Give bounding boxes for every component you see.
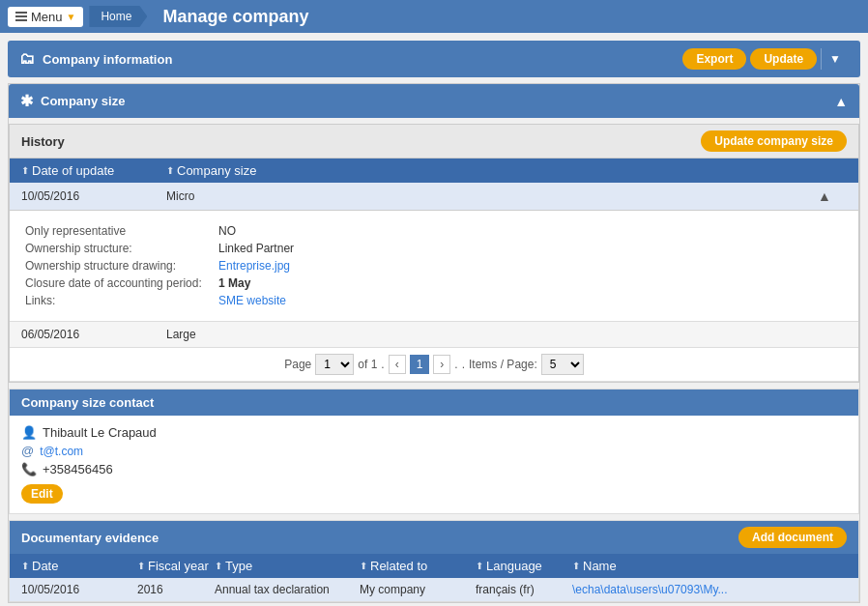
only-representative-value: NO xyxy=(218,224,843,238)
contact-body: 👤 Thibault Le Crapaud @ t@t.com 📞 +35845… xyxy=(10,416,858,513)
company-size-label: Company size xyxy=(41,94,125,108)
page-title: Manage company xyxy=(162,7,308,27)
closure-date-label: Closure date of accounting period: xyxy=(25,276,218,290)
export-button[interactable]: Export xyxy=(682,48,746,70)
company-size-section: ✱ Company size ▲ History Update company … xyxy=(8,83,860,603)
phone-icon: 📞 xyxy=(21,462,37,476)
only-representative-label: Only representative xyxy=(25,224,218,238)
menu-dropdown-arrow: ▼ xyxy=(67,12,76,22)
company-info-bar: 🗂 Company information Export Update ▼ xyxy=(8,41,860,77)
sort-icon-doc-fiscal: ⬆ xyxy=(137,561,145,571)
main-content: 🗂 Company information Export Update ▼ ✱ … xyxy=(0,33,868,606)
update-company-size-button[interactable]: Update company size xyxy=(701,130,847,152)
contact-name: Thibault Le Crapaud xyxy=(43,425,157,440)
doc-language-1: français (fr) xyxy=(476,583,572,596)
company-info-dropdown[interactable]: ▼ xyxy=(821,48,849,70)
header-company-size: ⬆ Company size xyxy=(166,163,847,178)
detail-row-representative: Only representative NO xyxy=(25,222,843,240)
detail-row-ownership: Ownership structure: Linked Partner xyxy=(25,240,843,257)
doc-header-related: ⬆ Related to xyxy=(360,559,476,573)
company-info-label: Company information xyxy=(43,52,172,67)
sort-icon-doc-language: ⬆ xyxy=(476,561,483,571)
company-info-actions: Export Update ▼ xyxy=(682,48,849,70)
doc-fiscal-1: 2016 xyxy=(137,583,215,596)
ownership-drawing-link[interactable]: Entreprise.jpg xyxy=(218,259,843,273)
closure-date-value: 1 May xyxy=(218,276,843,290)
history-title: History xyxy=(21,134,65,149)
contact-section-header: Company size contact xyxy=(10,390,858,416)
documentary-table-header: ⬆ Date ⬆ Fiscal year ⬆ Type ⬆ Related to… xyxy=(10,554,858,578)
menu-icon xyxy=(15,12,27,21)
dot-2: . xyxy=(454,358,457,371)
sort-icon-doc-type: ⬆ xyxy=(215,561,222,571)
ownership-structure-value: Linked Partner xyxy=(218,242,843,255)
collapse-icon[interactable]: ▲ xyxy=(834,94,848,109)
update-button[interactable]: Update xyxy=(750,48,817,70)
contact-name-row: 👤 Thibault Le Crapaud xyxy=(21,425,847,440)
sort-icon-size: ⬆ xyxy=(166,165,174,176)
row1-collapse-icon[interactable]: ▲ xyxy=(818,188,847,204)
history-row-2[interactable]: 06/05/2016 Large xyxy=(10,322,858,348)
company-info-left: 🗂 Company information xyxy=(19,50,172,68)
edit-button[interactable]: Edit xyxy=(21,484,63,504)
sort-icon-date: ⬆ xyxy=(21,165,29,176)
doc-header-name: ⬆ Name xyxy=(572,559,847,573)
of-label: of 1 xyxy=(358,358,377,371)
next-page-button[interactable]: › xyxy=(433,355,450,374)
history-date-1: 10/05/2016 xyxy=(21,189,166,203)
documentary-section: Documentary evidence Add document ⬆ Date… xyxy=(9,520,859,602)
menu-label: Menu xyxy=(31,10,63,24)
company-size-header-left: ✱ Company size xyxy=(20,92,125,110)
doc-related-1: My company xyxy=(360,583,476,596)
history-size-2: Large xyxy=(166,328,847,341)
contact-section-title: Company size contact xyxy=(21,395,154,410)
detail-row-links: Links: SME website xyxy=(25,292,843,309)
puzzle-icon: ✱ xyxy=(20,92,33,110)
doc-header-type: ⬆ Type xyxy=(215,559,360,573)
home-button[interactable]: Home xyxy=(89,6,147,27)
sort-icon-doc-related: ⬆ xyxy=(360,561,367,571)
prev-page-button[interactable]: ‹ xyxy=(389,355,406,374)
at-icon: @ xyxy=(21,444,34,458)
add-document-button[interactable]: Add document xyxy=(738,527,847,548)
documentary-title: Documentary evidence xyxy=(21,531,159,545)
sort-icon-doc-date: ⬆ xyxy=(21,561,29,571)
doc-header-date: ⬆ Date xyxy=(21,559,137,573)
page-1-button[interactable]: 1 xyxy=(410,355,430,374)
person-icon: 👤 xyxy=(21,425,37,440)
doc-name-1[interactable]: \echa\data\users\u07093\My... xyxy=(572,583,847,596)
ownership-structure-label: Ownership structure: xyxy=(25,242,218,255)
contact-phone: +358456456 xyxy=(43,462,113,476)
ownership-drawing-label: Ownership structure drawing: xyxy=(25,259,218,273)
items-per-page-select[interactable]: 5 10 25 xyxy=(541,354,584,375)
header-date-of-update: ⬆ Date of update xyxy=(21,163,166,178)
history-row-1[interactable]: 10/05/2016 Micro ▲ xyxy=(10,183,858,211)
doc-header-language: ⬆ Language xyxy=(476,559,572,573)
doc-type-1: Annual tax declaration xyxy=(215,583,360,596)
pagination-bar: Page 1 of 1 . ‹ 1 › . . Items / Page: 5 … xyxy=(10,348,858,382)
doc-date-1: 10/05/2016 xyxy=(21,583,137,596)
top-bar: Menu ▼ Home Manage company xyxy=(0,0,868,33)
page-select[interactable]: 1 xyxy=(315,354,354,375)
items-per-page-label: Items / Page: xyxy=(469,358,537,371)
history-date-2: 06/05/2016 xyxy=(21,328,166,341)
documentary-header: Documentary evidence Add document xyxy=(10,521,858,554)
documentary-row-1[interactable]: 10/05/2016 2016 Annual tax declaration M… xyxy=(10,578,858,601)
detail-row-drawing: Ownership structure drawing: Entreprise.… xyxy=(25,257,843,274)
links-value[interactable]: SME website xyxy=(218,294,843,307)
contact-email-row: @ t@t.com xyxy=(21,444,847,458)
sort-icon-doc-name: ⬆ xyxy=(572,561,580,571)
menu-button[interactable]: Menu ▼ xyxy=(8,7,83,27)
page-label: Page xyxy=(284,358,311,371)
contact-section: Company size contact 👤 Thibault Le Crapa… xyxy=(9,389,859,514)
history-size-1: Micro xyxy=(166,189,818,203)
detail-panel-1: Only representative NO Ownership structu… xyxy=(10,211,858,322)
dot-3: . xyxy=(462,358,465,371)
dot-1: . xyxy=(381,358,384,371)
contact-email[interactable]: t@t.com xyxy=(40,445,83,458)
history-table-header: ⬆ Date of update ⬆ Company size xyxy=(10,159,858,183)
doc-header-fiscal: ⬆ Fiscal year xyxy=(137,559,215,573)
history-bar: History Update company size xyxy=(10,125,858,159)
company-size-header: ✱ Company size ▲ xyxy=(9,84,859,118)
links-label: Links: xyxy=(25,294,218,307)
